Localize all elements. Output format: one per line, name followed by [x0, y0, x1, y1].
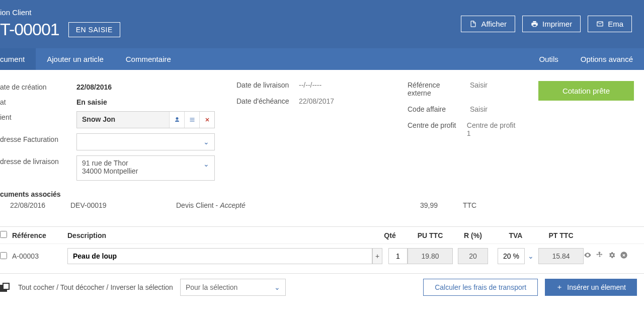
linked-doc-ref: DEV-00019 — [70, 201, 151, 209]
label-billing-address: dresse Facturation — [0, 133, 69, 143]
value-due-date: 22/08/2017 — [299, 97, 334, 105]
bulk-action-select[interactable]: Pour la sélection ⌄ — [180, 279, 286, 296]
label-created: ate de création — [0, 81, 69, 91]
label-shipping-address: dresse de livraison — [0, 155, 69, 166]
value-profit-center: Centre de profit 1 — [467, 121, 518, 137]
pu-display — [408, 248, 453, 264]
chevron-down-icon: ⌄ — [274, 283, 280, 291]
line-item-row: A-00003 + ⌄ — [0, 244, 644, 268]
pt-display — [538, 248, 584, 264]
client-remove-icon[interactable] — [199, 112, 214, 128]
th-tva: TVA — [493, 231, 538, 239]
client-list-icon[interactable] — [184, 112, 199, 128]
mail-icon — [596, 20, 604, 28]
label-state: at — [0, 96, 69, 106]
th-r: R (%) — [453, 231, 493, 239]
client-view-icon[interactable] — [169, 112, 184, 128]
label-due-date: Date d'échéance — [236, 97, 292, 105]
label-delivery-date: Date de livraison — [236, 81, 292, 89]
value-created: 22/08/2016 — [76, 81, 112, 91]
display-button[interactable]: Afficher — [461, 16, 515, 32]
chevron-down-icon: ⌄ — [203, 160, 209, 168]
email-button[interactable]: Ema — [588, 16, 632, 32]
person-icon — [174, 117, 180, 123]
th-description: Description — [67, 231, 372, 239]
shipping-address-value: 91 rue de Thor 34000 Montpellier — [82, 159, 138, 175]
insert-element-button[interactable]: ＋ Insérer un élement — [545, 279, 637, 296]
row-checkbox[interactable] — [0, 252, 7, 259]
footer-bar: Tout cocher / Tout décocher / Inverser l… — [0, 273, 644, 301]
eye-icon[interactable] — [584, 251, 592, 261]
label-ext-ref: Référence externe — [408, 81, 463, 97]
shipping-address-select[interactable]: 91 rue de Thor 34000 Montpellier ⌄ — [76, 155, 215, 181]
header-subtitle: ion Client — [0, 8, 120, 17]
qty-input[interactable] — [388, 248, 408, 264]
discount-display — [458, 248, 488, 264]
linked-document-row[interactable]: 22/08/2016 DEV-00019 Devis Client - Acce… — [0, 201, 634, 209]
linked-documents-title: cuments associés — [0, 190, 634, 198]
document-number: T-00001 — [0, 20, 59, 39]
value-state: En saisie — [76, 96, 107, 106]
linked-doc-date: 22/08/2016 — [0, 201, 45, 209]
tab-add-article[interactable]: Ajouter un article — [36, 48, 115, 70]
select-all-checkbox[interactable] — [0, 231, 7, 238]
move-icon[interactable] — [596, 251, 604, 261]
tva-select[interactable] — [498, 248, 525, 264]
billing-address-select[interactable]: ⌄ — [76, 133, 215, 150]
plus-icon: ＋ — [556, 283, 563, 292]
print-button[interactable]: Imprimer — [522, 16, 581, 32]
tab-document[interactable]: cument — [0, 48, 36, 70]
th-qty: Qté — [372, 231, 408, 239]
linked-documents: cuments associés 22/08/2016 DEV-00019 De… — [0, 181, 644, 216]
tab-advanced-options[interactable]: Options avancé — [570, 48, 644, 70]
multi-check-icon[interactable] — [0, 283, 11, 292]
status-badge: EN SAISIE — [68, 22, 120, 37]
delete-icon[interactable] — [620, 251, 628, 261]
label-deal-code: Code affaire — [408, 105, 463, 113]
page-header: ion Client T-00001 EN SAISIE Afficher Im… — [0, 0, 644, 48]
gear-icon[interactable] — [608, 251, 616, 261]
linked-doc-ttc: TTC — [463, 201, 476, 209]
label-client: ient — [0, 111, 69, 121]
secondary-nav: cument Ajouter un article Commentaire Ou… — [0, 48, 644, 70]
list-icon — [189, 117, 195, 123]
line-items-table: Référence Description Qté PU TTC R (%) T… — [0, 226, 644, 268]
th-pt: PT TTC — [538, 231, 584, 239]
quotation-ready-button[interactable]: Cotation prête — [538, 81, 634, 101]
close-icon — [204, 117, 210, 123]
client-name: Snow Jon — [77, 112, 169, 128]
th-pu: PU TTC — [408, 231, 453, 239]
tab-tools[interactable]: Outils — [528, 48, 569, 70]
th-reference: Référence — [12, 231, 67, 239]
calc-shipping-button[interactable]: Calculer les frais de transport — [423, 279, 538, 296]
tab-comment[interactable]: Commentaire — [115, 48, 182, 70]
linked-doc-amount: 39,99 — [392, 201, 438, 209]
row-description-input[interactable] — [67, 248, 372, 264]
file-icon — [469, 20, 477, 28]
value-delivery-date: --/--/---- — [299, 81, 321, 89]
linked-doc-type: Devis Client - Accepté — [176, 201, 367, 209]
printer-icon — [531, 20, 538, 28]
chevron-down-icon: ⌄ — [203, 138, 209, 146]
document-form: ate de création 22/08/2016 at En saisie … — [0, 70, 644, 181]
label-profit-center: Centre de profit — [408, 121, 460, 137]
deal-code-input[interactable]: Saisir — [470, 105, 488, 113]
chevron-down-icon[interactable]: ⌄ — [528, 252, 534, 260]
client-selector: Snow Jon — [76, 111, 215, 128]
check-all-text[interactable]: Tout cocher / Tout décocher / Inverser l… — [18, 283, 173, 291]
qty-plus-button[interactable]: + — [372, 248, 382, 264]
row-reference: A-00003 — [12, 252, 67, 260]
ext-ref-input[interactable]: Saisir — [470, 81, 488, 97]
